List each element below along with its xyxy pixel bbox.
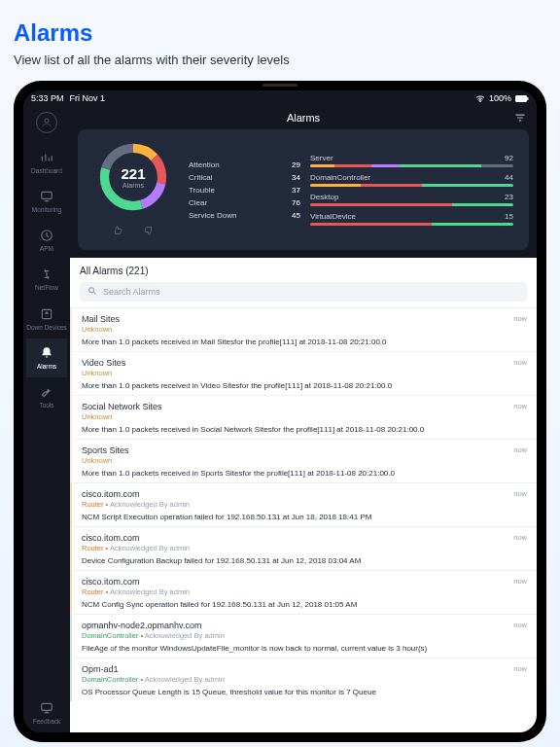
alarm-subtitle: Router • Acknowledged By admin [82,587,527,596]
search-icon [88,286,97,298]
alarm-message: More than 1.0 packets received in Video … [82,381,527,390]
alarm-message: More than 1.0 packets received in Sports… [82,469,527,478]
category-bar [310,184,513,187]
alarms-list-header: All Alarms (221) [70,258,537,282]
severity-count: 37 [292,186,300,195]
avatar[interactable] [36,112,57,133]
search-placeholder: Search Alarms [103,287,160,297]
severity-row[interactable]: Attention29 [189,160,300,169]
category-count: 44 [505,173,513,182]
alarm-item[interactable]: cisco.itom.comnowRouter • Acknowledged B… [70,482,537,526]
status-battery: 100% [489,93,511,103]
alarm-subtitle: DomainController • Acknowledged By admin [82,675,527,684]
alarm-message: NCM Script Execution operation failed fo… [82,513,527,521]
severity-row[interactable]: Clear76 [189,198,300,207]
screen: 5:33 PM Fri Nov 1 100% [23,90,537,732]
svg-point-2 [45,119,49,123]
search-input[interactable]: Search Alarms [80,282,527,302]
sidebar-item-label: Alarms [37,363,56,370]
page-title: Alarms [14,19,546,47]
alarm-item[interactable]: cisco.itom.comnowRouter • Acknowledged B… [70,570,537,614]
category-row[interactable]: VirtualDevice15 [310,212,513,226]
content: Alarms 221 Alarms [70,106,537,732]
sidebar: DashboardMonitoringAPMNetFlowDown Device… [23,106,70,732]
alarm-item[interactable]: Opm-ad1nowDomainController • Acknowledge… [70,658,537,701]
category-bar [310,203,513,206]
category-name: VirtualDevice [310,212,356,221]
appbar: Alarms [70,106,537,129]
sidebar-item-alarms[interactable]: Alarms [26,338,67,377]
thumbs-up-icon[interactable] [112,223,123,240]
category-list: Server92DomainController44Desktop23Virtu… [310,154,519,226]
severity-row[interactable]: Trouble37 [189,186,300,195]
donut-total: 221 [121,165,145,182]
alarms-list: All Alarms (221) Search Alarms Mail Site… [70,258,537,732]
tablet-frame: 5:33 PM Fri Nov 1 100% [14,81,546,742]
alarm-title: Opm-ad1 [82,664,119,674]
donut-label: Alarms [122,182,144,189]
alarm-time: now [513,621,527,629]
alarm-item[interactable]: Mail SitesnowUnknownMore than 1.0 packet… [70,307,537,351]
alarm-title: cisco.itom.com [82,577,140,587]
sidebar-item-apm[interactable]: APM [26,221,67,260]
sidebar-item-label: APM [40,245,53,252]
category-row[interactable]: DomainController44 [310,173,513,187]
alarm-time: now [513,314,527,323]
severity-row[interactable]: Critical34 [189,173,300,182]
category-row[interactable]: Desktop23 [310,193,513,206]
svg-rect-6 [42,703,52,710]
severity-count: 34 [292,173,300,182]
severity-name: Attention [189,160,220,169]
sidebar-item-feedback[interactable]: Feedback [23,694,70,732]
alarm-time: now [513,358,527,367]
sidebar-item-label: Feedback [33,718,61,725]
category-bar [310,223,513,226]
severity-donut-chart: 221 Alarms [95,139,171,215]
filter-icon[interactable] [513,111,527,126]
category-name: Server [310,154,333,162]
sidebar-item-dashboard[interactable]: Dashboard [26,143,67,182]
alarm-subtitle: DomainController • Acknowledged By admin [82,631,527,640]
category-row[interactable]: Server92 [310,154,513,167]
severity-row[interactable]: Service Down45 [189,211,300,220]
severity-name: Trouble [189,186,215,195]
alarm-title: Mail Sites [82,314,120,324]
sidebar-item-label: Down Devices [26,324,67,331]
alarm-item[interactable]: cisco.itom.comnowRouter • Acknowledged B… [70,526,537,570]
severity-name: Service Down [189,211,236,220]
alarm-time: now [513,533,527,542]
alarm-message: Device Configuration Backup failed for 1… [82,556,527,565]
sidebar-item-label: Tools [39,402,53,409]
sidebar-item-tools[interactable]: Tools [26,377,67,416]
alarm-item[interactable]: Video SitesnowUnknownMore than 1.0 packe… [70,351,537,395]
severity-name: Critical [189,173,212,182]
thumbs-down-icon[interactable] [143,223,155,240]
sidebar-item-monitoring[interactable]: Monitoring [26,182,67,221]
alarm-subtitle: Router • Acknowledged By admin [82,500,527,509]
sidebar-item-label: Monitoring [32,206,61,213]
status-date: Fri Nov 1 [70,93,106,103]
category-name: Desktop [310,193,338,201]
alarm-item[interactable]: opmanhv-node2.opmanhv.comnowDomainContro… [70,614,537,658]
alarm-title: opmanhv-node2.opmanhv.com [82,621,201,630]
alarm-item[interactable]: Social Network SitesnowUnknownMore than … [70,395,537,439]
alarm-item[interactable]: Sports SitesnowUnknownMore than 1.0 pack… [70,439,537,482]
alarm-time: now [513,577,527,586]
page-subtitle: View list of all the alarms with their s… [14,53,546,67]
status-time: 5:33 PM [31,93,64,103]
severity-list: Attention29Critical34Trouble37Clear76Ser… [189,160,300,220]
alarm-title: cisco.itom.com [82,489,140,499]
svg-rect-0 [515,95,527,102]
svg-rect-1 [527,97,529,100]
alarm-title: Social Network Sites [82,402,162,411]
svg-point-13 [89,288,94,293]
alarm-message: NCM Config Sync operation failed for 192… [82,600,527,609]
alarm-subtitle: Unknown [82,369,527,377]
sidebar-item-netflow[interactable]: NetFlow [26,260,67,299]
sidebar-item-down-devices[interactable]: Down Devices [26,300,67,338]
alarm-subtitle: Router • Acknowledged By admin [82,544,527,552]
wifi-icon [475,94,485,102]
svg-rect-3 [42,192,52,198]
severity-name: Clear [189,198,207,207]
sidebar-item-label: NetFlow [35,284,58,291]
